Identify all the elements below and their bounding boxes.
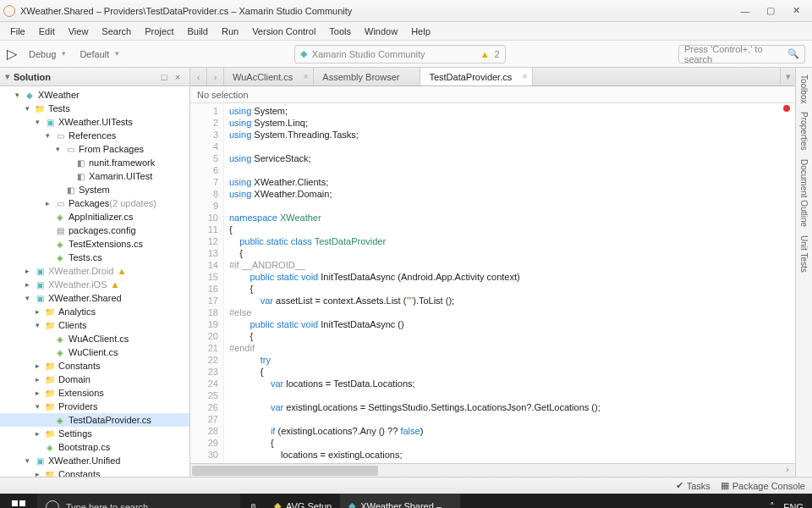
tab-close-icon[interactable]: × xyxy=(303,72,308,81)
tree-references[interactable]: ▾▭References xyxy=(0,129,189,142)
status-box: ◆ Xamarin Studio Community ▲ 2 xyxy=(294,45,506,64)
menu-project[interactable]: Project xyxy=(138,25,180,38)
tree-ref-system[interactable]: ◧System xyxy=(0,183,189,196)
menu-edit[interactable]: Edit xyxy=(32,25,62,38)
nav-forward-button[interactable]: › xyxy=(207,68,224,86)
menu-build[interactable]: Build xyxy=(180,25,214,38)
tree-folder-providers[interactable]: ▾📁Providers xyxy=(0,400,189,413)
menu-view[interactable]: View xyxy=(62,25,96,38)
warning-badge-icon: ▲ xyxy=(111,279,120,290)
close-window-button[interactable]: ✕ xyxy=(783,3,809,19)
system-tray[interactable]: ˄ ENG xyxy=(761,501,812,508)
tray-lang[interactable]: ENG xyxy=(783,502,804,509)
tree-project-uitests[interactable]: ▾▣XWeather.UITests xyxy=(0,115,189,129)
search-icon: 🔍 xyxy=(787,48,799,59)
svg-rect-1 xyxy=(19,500,25,506)
tree-folder-analytics[interactable]: ▸📁Analytics xyxy=(0,305,189,318)
menu-window[interactable]: Window xyxy=(358,25,404,38)
panel-options-icon[interactable]: ▾ xyxy=(5,71,10,82)
taskbar-search-placeholder: Type here to search xyxy=(66,502,148,509)
tree-ref-nunit[interactable]: ◧nunit.framework xyxy=(0,156,189,169)
tree-project-unified[interactable]: ▾▣XWeather.Unified xyxy=(0,454,189,467)
tree-solution[interactable]: ▾◆XWeather xyxy=(0,88,189,102)
tree-file-testscs[interactable]: ◈Tests.cs xyxy=(0,251,189,264)
dock-panel-properties[interactable]: Properties xyxy=(799,108,809,154)
cortana-icon xyxy=(46,500,59,509)
tree-file-wuacclient[interactable]: ◈WuAcClient.cs xyxy=(0,332,189,345)
dock-panel-toolbox[interactable]: Toolbox xyxy=(799,71,809,107)
tree-file-bootstrap[interactable]: ◈Bootstrap.cs xyxy=(0,440,189,454)
run-button[interactable]: ▷ xyxy=(7,46,17,62)
horizontal-scrollbar[interactable]: › xyxy=(190,463,795,477)
menu-tools[interactable]: Tools xyxy=(322,25,358,38)
xamarin-icon: ◆ xyxy=(300,48,307,59)
windows-icon xyxy=(12,500,25,509)
editor-tab[interactable]: Assembly Browser xyxy=(314,68,420,86)
solution-panel-title: Solution xyxy=(14,72,157,82)
tree-file-wuclient[interactable]: ◈WuClient.cs xyxy=(0,345,189,359)
tree-folder-clients[interactable]: ▾📁Clients xyxy=(0,318,189,332)
tree-folder-constants[interactable]: ▸📁Constants xyxy=(0,359,189,373)
tree-project-ios[interactable]: ▸▣XWeather.iOS▲ xyxy=(0,278,189,291)
app-icon xyxy=(3,5,15,17)
toolbar: ▷ Debug Default ◆ Xamarin Studio Communi… xyxy=(0,41,812,68)
scroll-right-icon[interactable]: › xyxy=(782,464,793,474)
windows-taskbar: Type here to search 🎙 ◆AVG Setup◆XWeathe… xyxy=(0,494,812,508)
tree-packages[interactable]: ▸▭Packages (2 updates) xyxy=(0,196,189,210)
global-search[interactable]: Press 'Control+,' to search 🔍 xyxy=(678,45,805,64)
app-icon: ◆ xyxy=(274,500,281,508)
tree-project-shared[interactable]: ▾▣XWeather.Shared xyxy=(0,291,189,305)
check-icon: ✔ xyxy=(676,480,683,491)
menu-help[interactable]: Help xyxy=(404,25,437,38)
error-marker-icon[interactable] xyxy=(783,105,790,112)
minimize-button[interactable]: — xyxy=(732,3,758,19)
tree-ref-xamarinuitest[interactable]: ◧Xamarin.UITest xyxy=(0,169,189,183)
panel-close-button[interactable]: × xyxy=(171,72,184,82)
app-icon: ◆ xyxy=(348,500,355,508)
tray-chevron-icon[interactable]: ˄ xyxy=(770,501,775,508)
code-body[interactable]: using System;using System.Linq;using Sys… xyxy=(224,103,795,463)
tree-folder-extensions[interactable]: ▸📁Extensions xyxy=(0,386,189,400)
dock-panel-document-outline[interactable]: Document Outline xyxy=(799,156,809,230)
taskbar-search[interactable]: Type here to search xyxy=(37,494,240,508)
tree-file-testdataprovider[interactable]: ◈TestDataProvider.cs xyxy=(0,413,189,427)
code-editor[interactable]: 1234567891011121314151617181920212223242… xyxy=(190,103,795,463)
editor-tab[interactable]: TestDataProvider.cs× xyxy=(420,68,533,86)
scrollbar-thumb[interactable] xyxy=(192,466,378,476)
taskbar-app[interactable]: ◆XWeather.Shared – ... xyxy=(340,494,460,508)
warning-count[interactable]: 2 xyxy=(495,49,500,59)
tree-from-packages[interactable]: ▾▭From Packages xyxy=(0,142,189,156)
tree-file-appinitializer[interactable]: ◈AppInitializer.cs xyxy=(0,210,189,224)
package-console-button[interactable]: ▦Package Console xyxy=(721,480,805,491)
tree-project-droid[interactable]: ▸▣XWeather.Droid▲ xyxy=(0,264,189,278)
warning-icon[interactable]: ▲ xyxy=(480,49,490,59)
tree-folder-settings[interactable]: ▸📁Settings xyxy=(0,427,189,440)
dock-panel-unit-tests[interactable]: Unit Tests xyxy=(799,232,809,276)
window-titlebar: XWeather.Shared – Providers\TestDataProv… xyxy=(0,0,812,22)
tree-file-testextensions[interactable]: ◈TestExtensions.cs xyxy=(0,237,189,251)
tree-folder-domain[interactable]: ▸📁Domain xyxy=(0,373,189,386)
start-button[interactable] xyxy=(0,494,37,508)
nav-back-button[interactable]: ‹ xyxy=(190,68,207,86)
menu-search[interactable]: Search xyxy=(95,25,138,38)
tree-folder-tests[interactable]: ▾📁Tests xyxy=(0,102,189,115)
menu-run[interactable]: Run xyxy=(215,25,245,38)
editor-tab[interactable]: WuAcClient.cs× xyxy=(224,68,314,86)
maximize-button[interactable]: ▢ xyxy=(758,3,783,19)
tab-close-icon[interactable]: × xyxy=(522,72,527,81)
menu-version-control[interactable]: Version Control xyxy=(245,25,322,38)
line-gutter: 1234567891011121314151617181920212223242… xyxy=(190,103,224,463)
taskbar-app[interactable]: ◆AVG Setup xyxy=(266,494,340,508)
menu-file[interactable]: File xyxy=(3,25,32,38)
tasks-button[interactable]: ✔Tasks xyxy=(676,480,710,491)
panel-dock-button[interactable]: □ xyxy=(157,72,171,82)
tree-folder-constants2[interactable]: ▸📁Constants xyxy=(0,467,189,477)
tab-list-button[interactable]: ▾ xyxy=(780,68,795,86)
target-combo[interactable]: Default xyxy=(74,47,121,61)
solution-tree[interactable]: ▾◆XWeather ▾📁Tests ▾▣XWeather.UITests ▾▭… xyxy=(0,86,189,477)
tree-file-packagesconfig[interactable]: ▤packages.config xyxy=(0,224,189,237)
editor-area: ‹ › WuAcClient.cs×Assembly BrowserTestDa… xyxy=(190,68,795,477)
configuration-combo[interactable]: Debug xyxy=(24,47,68,61)
mic-icon[interactable]: 🎙 xyxy=(240,502,266,509)
breadcrumb-bar[interactable]: No selection xyxy=(190,86,795,103)
